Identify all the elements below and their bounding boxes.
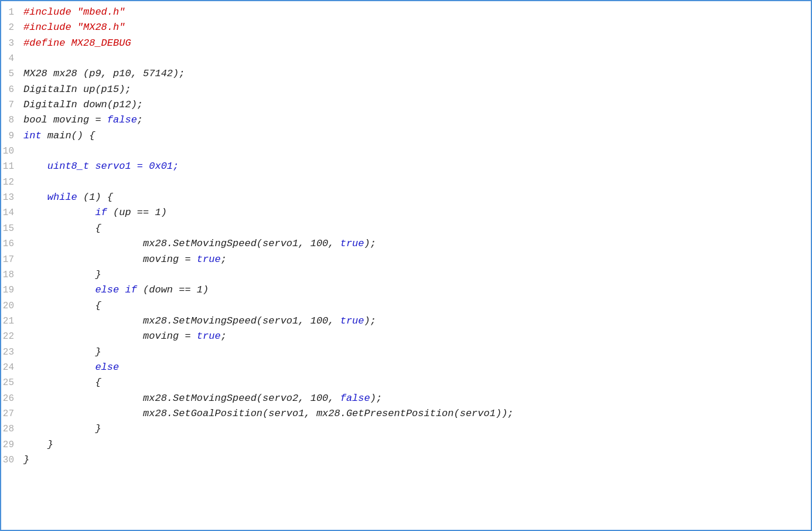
code-line: 13 while (1) { [1, 190, 811, 205]
line-content: mx28.SetMovingSpeed(servo1, 100, true); [23, 236, 376, 251]
code-line: 4 [1, 51, 811, 66]
line-content: bool moving = false; [23, 113, 143, 128]
code-line: 17 moving = true; [1, 252, 811, 267]
line-content: } [23, 421, 101, 437]
code-line: 22 moving = true; [1, 329, 811, 344]
line-number: 9 [1, 129, 23, 144]
line-content: MX28 mx28 (p9, p10, 57142); [23, 66, 185, 81]
line-number: 28 [1, 422, 23, 437]
line-number: 12 [1, 175, 23, 190]
code-line: 5MX28 mx28 (p9, p10, 57142); [1, 66, 811, 81]
line-content: { [23, 298, 101, 314]
line-number: 24 [1, 360, 23, 375]
line-number: 21 [1, 314, 23, 329]
line-content: uint8_t servo1 = 0x01; [23, 159, 179, 174]
line-content: } [23, 267, 101, 282]
line-number: 18 [1, 268, 23, 282]
code-line: 19 else if (down == 1) [1, 282, 811, 298]
code-line: 25 { [1, 375, 811, 390]
code-line: 11 uint8_t servo1 = 0x01; [1, 159, 811, 174]
line-content: #include "mbed.h" [23, 5, 125, 20]
code-line: 15 { [1, 221, 811, 236]
line-number: 14 [1, 206, 23, 220]
line-number: 10 [1, 144, 23, 159]
code-line: 16 mx28.SetMovingSpeed(servo1, 100, true… [1, 236, 811, 251]
code-line: 21 mx28.SetMovingSpeed(servo1, 100, true… [1, 314, 811, 329]
line-content: moving = true; [23, 329, 227, 344]
line-number: 8 [1, 113, 23, 128]
line-content: else if (down == 1) [23, 282, 209, 298]
code-line: 6DigitalIn up(p15); [1, 82, 811, 97]
code-line: 24 else [1, 360, 811, 375]
line-number: 23 [1, 345, 23, 360]
line-content: } [23, 452, 29, 468]
code-line: 2#include "MX28.h" [1, 20, 811, 35]
line-number: 1 [1, 5, 23, 20]
line-number: 30 [1, 453, 23, 468]
line-content: DigitalIn down(p12); [23, 97, 143, 113]
line-content: int main() { [23, 128, 95, 144]
line-number: 29 [1, 438, 23, 452]
line-number: 3 [1, 36, 23, 51]
line-content: if (up == 1) [23, 205, 167, 220]
line-number: 15 [1, 222, 23, 236]
code-line: 7DigitalIn down(p12); [1, 97, 811, 113]
line-content: { [23, 221, 101, 236]
line-number: 16 [1, 237, 23, 251]
code-editor: 1#include "mbed.h"2#include "MX28.h"3#de… [0, 0, 812, 531]
code-line: 26 mx28.SetMovingSpeed(servo2, 100, fals… [1, 391, 811, 406]
code-line: 12 [1, 175, 811, 190]
line-number: 2 [1, 21, 23, 35]
line-content: #include "MX28.h" [23, 20, 125, 35]
line-number: 22 [1, 329, 23, 344]
line-content: mx28.SetMovingSpeed(servo2, 100, false); [23, 391, 382, 406]
code-line: 3#define MX28_DEBUG [1, 36, 811, 51]
line-content: while (1) { [23, 190, 113, 205]
line-number: 17 [1, 253, 23, 267]
line-number: 13 [1, 190, 23, 205]
line-number: 7 [1, 98, 23, 113]
line-content: moving = true; [23, 252, 227, 267]
code-line: 30} [1, 452, 811, 468]
line-number: 11 [1, 159, 23, 174]
line-number: 25 [1, 376, 23, 390]
line-content: #define MX28_DEBUG [23, 36, 131, 51]
code-line: 1#include "mbed.h" [1, 5, 811, 20]
line-content [23, 51, 29, 66]
line-content: mx28.SetGoalPosition(servo1, mx28.GetPre… [23, 406, 514, 421]
line-content [23, 144, 29, 159]
line-content: { [23, 375, 101, 390]
code-line: 18 } [1, 267, 811, 282]
line-content: mx28.SetMovingSpeed(servo1, 100, true); [23, 314, 376, 329]
line-content: DigitalIn up(p15); [23, 82, 131, 97]
line-number: 5 [1, 67, 23, 81]
code-line: 28 } [1, 421, 811, 437]
code-line: 27 mx28.SetGoalPosition(servo1, mx28.Get… [1, 406, 811, 421]
line-content: } [23, 437, 53, 452]
code-line: 23 } [1, 345, 811, 360]
line-number: 6 [1, 83, 23, 97]
code-line: 14 if (up == 1) [1, 205, 811, 220]
code-line: 29 } [1, 437, 811, 452]
line-number: 20 [1, 299, 23, 314]
line-number: 4 [1, 52, 23, 66]
code-line: 9int main() { [1, 128, 811, 144]
line-content: } [23, 345, 101, 360]
code-line: 10 [1, 144, 811, 159]
code-line: 8bool moving = false; [1, 113, 811, 128]
line-number: 26 [1, 392, 23, 406]
code-line: 20 { [1, 298, 811, 314]
line-content: else [23, 360, 119, 375]
line-number: 27 [1, 407, 23, 421]
line-number: 19 [1, 283, 23, 298]
line-content [23, 175, 29, 190]
